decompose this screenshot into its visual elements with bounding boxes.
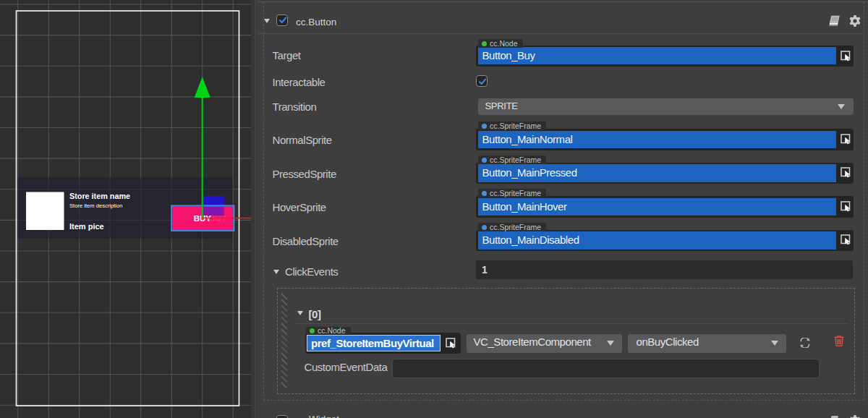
svg-text:Item pice: Item pice <box>69 222 104 231</box>
svg-text:Store item description: Store item description <box>69 202 122 209</box>
svg-text:Store item name: Store item name <box>69 192 130 200</box>
